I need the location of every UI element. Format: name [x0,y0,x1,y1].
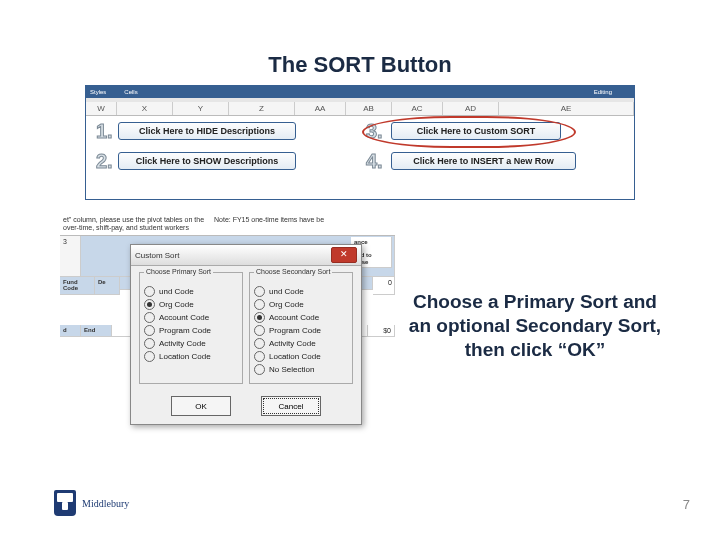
option-label: und Code [159,287,194,296]
dialog-title: Custom Sort [135,251,179,260]
column-headers: W X Y Z AA AB AC AD AE [86,102,634,116]
cell-value: 0 [373,277,395,295]
col-head: W [86,102,117,115]
org-name: Middlebury [82,498,129,509]
custom-sort-dialog: Custom Sort ✕ Choose Primary Sort und Co… [130,244,362,425]
option-label: Program Code [269,326,321,335]
cell-value: $0 [368,325,395,337]
radio-option[interactable]: und Code [144,286,238,297]
radio-option[interactable]: Location Code [144,351,238,362]
ribbon-group-label: Cells [124,89,137,95]
radio-option[interactable]: Activity Code [144,338,238,349]
col-head: AE [499,102,634,115]
col-head: Z [229,102,295,115]
option-label: Location Code [159,352,211,361]
group-label: Choose Primary Sort [144,268,213,275]
option-label: Activity Code [159,339,206,348]
page-title: The SORT Button [0,52,720,78]
radio-option[interactable]: Program Code [254,325,348,336]
step-number-3: 3. [366,120,383,143]
custom-sort-button[interactable]: Click Here to Custom SORT [391,122,561,140]
option-label: Org Code [159,300,194,309]
option-label: Program Code [159,326,211,335]
radio-option[interactable]: Org Code [144,299,238,310]
radio-option[interactable]: und Code [254,286,348,297]
shield-icon [54,490,76,516]
primary-sort-group: Choose Primary Sort und Code Org Code Ac… [139,272,243,384]
radio-option[interactable]: Program Code [144,325,238,336]
col-head: Y [173,102,229,115]
col-header: d [60,325,81,337]
step-number-4: 4. [366,150,383,173]
option-label: No Selection [269,365,314,374]
col-head: X [117,102,173,115]
ribbon-group-label: Styles [90,89,106,95]
col-head: AC [392,102,443,115]
row-number: 3 [60,236,81,277]
excel-ribbon-groups: Styles Cells Editing [86,86,634,98]
option-label: Activity Code [269,339,316,348]
ribbon-screenshot: Styles Cells Editing W X Y Z AA AB AC AD… [85,85,635,200]
col-head: AB [346,102,392,115]
dialog-titlebar: Custom Sort ✕ [131,245,361,266]
col-header: End [81,325,112,337]
ribbon-group-label: Editing [594,89,612,95]
step-number-1: 1. [96,120,113,143]
show-descriptions-button[interactable]: Click Here to SHOW Descriptions [118,152,296,170]
group-label: Choose Secondary Sort [254,268,332,275]
option-label: Location Code [269,352,321,361]
close-icon[interactable]: ✕ [331,247,357,263]
step-number-2: 2. [96,150,113,173]
option-label: Org Code [269,300,304,309]
note-text: over-time, shift-pay, and student worker… [63,224,189,231]
col-header: De [95,277,120,295]
option-label: Account Code [269,313,319,322]
note-text: et" column, please use the pivot tables … [63,216,204,223]
page-number: 7 [683,497,690,512]
col-head: AD [443,102,499,115]
worksheet-note: et" column, please use the pivot tables … [60,214,395,236]
insert-row-button[interactable]: Click Here to INSERT a New Row [391,152,576,170]
radio-option[interactable]: Account Code [144,312,238,323]
hide-descriptions-button[interactable]: Click Here to HIDE Descriptions [118,122,296,140]
note-text: Note: FY15 one-time items have be [214,216,324,223]
ok-button[interactable]: OK [171,396,231,416]
col-header: Fund Code [60,277,95,295]
radio-option[interactable]: Location Code [254,351,348,362]
option-label: und Code [269,287,304,296]
col-head: AA [295,102,346,115]
radio-option[interactable]: Activity Code [254,338,348,349]
instruction-text: Choose a Primary Sort and an optional Se… [405,290,665,361]
cancel-button[interactable]: Cancel [261,396,321,416]
option-label: Account Code [159,313,209,322]
radio-option[interactable]: Org Code [254,299,348,310]
secondary-sort-group: Choose Secondary Sort und Code Org Code … [249,272,353,384]
radio-option[interactable]: No Selection [254,364,348,375]
radio-option[interactable]: Account Code [254,312,348,323]
middlebury-logo: Middlebury [54,490,129,516]
